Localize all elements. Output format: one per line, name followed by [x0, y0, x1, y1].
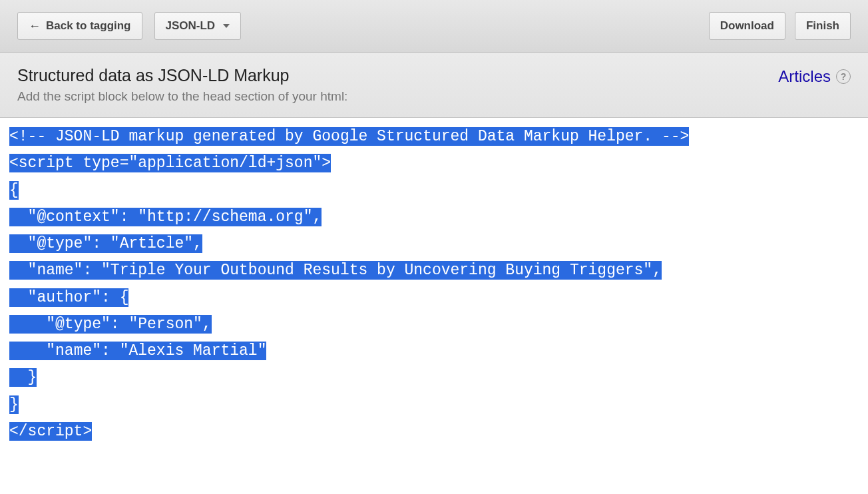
download-button[interactable]: Download: [709, 12, 785, 40]
page-title: Structured data as JSON-LD Markup: [17, 66, 778, 85]
subheader-right: Articles ?: [778, 66, 851, 86]
code-block[interactable]: <!-- JSON-LD markup generated by Google …: [9, 123, 868, 445]
help-icon[interactable]: ?: [836, 69, 851, 84]
arrow-left-icon: ←: [29, 20, 41, 32]
format-dropdown[interactable]: JSON-LD: [154, 12, 242, 40]
finish-button[interactable]: Finish: [795, 12, 851, 40]
format-dropdown-label: JSON-LD: [166, 19, 216, 33]
back-button-label: Back to tagging: [46, 19, 131, 33]
subheader-left: Structured data as JSON-LD Markup Add th…: [17, 66, 778, 104]
back-to-tagging-button[interactable]: ← Back to tagging: [17, 12, 142, 40]
download-button-label: Download: [720, 19, 774, 33]
code-area: <!-- JSON-LD markup generated by Google …: [0, 118, 868, 445]
subheader: Structured data as JSON-LD Markup Add th…: [0, 53, 868, 118]
articles-link[interactable]: Articles: [778, 67, 831, 86]
page-description: Add the script block below to the head s…: [17, 89, 778, 104]
finish-button-label: Finish: [806, 19, 839, 33]
caret-down-icon: [223, 24, 230, 28]
toolbar: ← Back to tagging JSON-LD Download Finis…: [0, 0, 868, 53]
